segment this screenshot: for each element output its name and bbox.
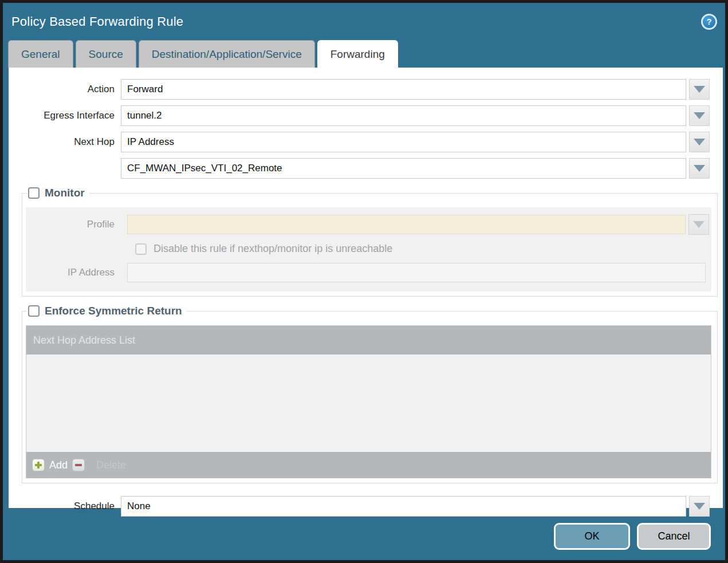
chevron-down-icon [693, 221, 705, 228]
schedule-select[interactable]: None [121, 496, 686, 517]
chevron-down-icon [694, 139, 705, 145]
symmetric-return-legend: Enforce Symmetric Return [27, 305, 187, 317]
monitor-checkbox[interactable] [28, 187, 40, 199]
dialog-titlebar: Policy Based Forwarding Rule ? [3, 3, 725, 40]
schedule-dropdown-button[interactable] [689, 496, 710, 517]
chevron-down-icon [694, 112, 705, 119]
cancel-button[interactable]: Cancel [637, 523, 711, 550]
next-hop-address-select[interactable]: CF_MWAN_IPsec_VTI_02_Remote [121, 158, 686, 179]
enforce-symmetric-return-label: Enforce Symmetric Return [45, 305, 182, 317]
egress-interface-select[interactable]: tunnel.2 [121, 105, 686, 126]
disable-rule-row: Disable this rule if nexthop/monitor ip … [135, 243, 711, 255]
monitor-ip-address-label: IP Address [26, 267, 120, 278]
tab-destination-application-service[interactable]: Destination/Application/Service [139, 40, 315, 68]
egress-interface-dropdown-button[interactable] [689, 105, 710, 126]
profile-dropdown-button [688, 214, 709, 235]
monitor-ip-address-input [127, 263, 706, 282]
chevron-down-icon [694, 503, 705, 510]
next-hop-address-list-table: Next Hop Address List Add Delete [26, 325, 711, 478]
next-hop-address-list-body[interactable] [26, 355, 711, 452]
dialog-title: Policy Based Forwarding Rule [11, 14, 183, 29]
enforce-symmetric-return-checkbox[interactable] [28, 305, 40, 317]
tab-forwarding[interactable]: Forwarding [317, 40, 398, 68]
chevron-down-icon [694, 86, 705, 93]
action-dropdown-button[interactable] [689, 79, 710, 100]
action-row: Action Forward [9, 79, 723, 100]
chevron-down-icon [694, 165, 705, 172]
next-hop-type-dropdown-button[interactable] [689, 132, 710, 152]
next-hop-label: Next Hop [9, 136, 121, 148]
tab-source[interactable]: Source [76, 40, 136, 68]
add-button[interactable]: Add [49, 459, 68, 471]
disable-rule-label: Disable this rule if nexthop/monitor ip … [154, 243, 392, 255]
next-hop-address-list-toolbar: Add Delete [26, 452, 711, 478]
monitor-ip-address-row: IP Address [26, 263, 711, 282]
monitor-legend: Monitor [27, 187, 89, 199]
next-hop-address-row: CF_MWAN_IPsec_VTI_02_Remote [9, 158, 723, 179]
action-label: Action [9, 84, 121, 95]
profile-label: Profile [26, 219, 120, 230]
next-hop-type-select[interactable]: IP Address [121, 132, 686, 152]
delete-icon [72, 459, 85, 471]
tab-bar: General Source Destination/Application/S… [3, 40, 725, 68]
monitor-group: Monitor Profile Disable this rule if nex… [22, 187, 718, 297]
help-icon[interactable]: ? [701, 14, 717, 30]
disable-rule-checkbox [135, 243, 147, 255]
profile-row: Profile [26, 214, 711, 235]
egress-interface-row: Egress Interface tunnel.2 [9, 105, 723, 126]
next-hop-row: Next Hop IP Address [9, 132, 723, 152]
schedule-row: Schedule None [9, 496, 723, 517]
schedule-value: None [127, 501, 151, 512]
monitor-label: Monitor [45, 187, 85, 199]
next-hop-address-value: CF_MWAN_IPsec_VTI_02_Remote [127, 163, 282, 174]
tab-general[interactable]: General [8, 40, 73, 68]
symmetric-return-group: Enforce Symmetric Return Next Hop Addres… [22, 305, 718, 483]
monitor-panel: Profile Disable this rule if nexthop/mon… [26, 207, 711, 292]
add-icon[interactable] [32, 459, 45, 471]
schedule-label: Schedule [9, 501, 121, 512]
policy-based-forwarding-dialog: Policy Based Forwarding Rule ? General S… [0, 0, 728, 563]
delete-button: Delete [96, 459, 126, 471]
forwarding-tab-panel: Action Forward Egress Interface tunnel.2… [9, 68, 723, 508]
next-hop-address-dropdown-button[interactable] [689, 158, 710, 179]
action-value: Forward [127, 84, 163, 95]
ok-button[interactable]: OK [554, 523, 630, 550]
next-hop-type-value: IP Address [127, 136, 174, 148]
action-select[interactable]: Forward [121, 79, 686, 100]
egress-interface-label: Egress Interface [9, 110, 121, 121]
egress-interface-value: tunnel.2 [127, 110, 162, 121]
next-hop-address-list-header: Next Hop Address List [26, 326, 711, 355]
profile-select [127, 215, 686, 234]
